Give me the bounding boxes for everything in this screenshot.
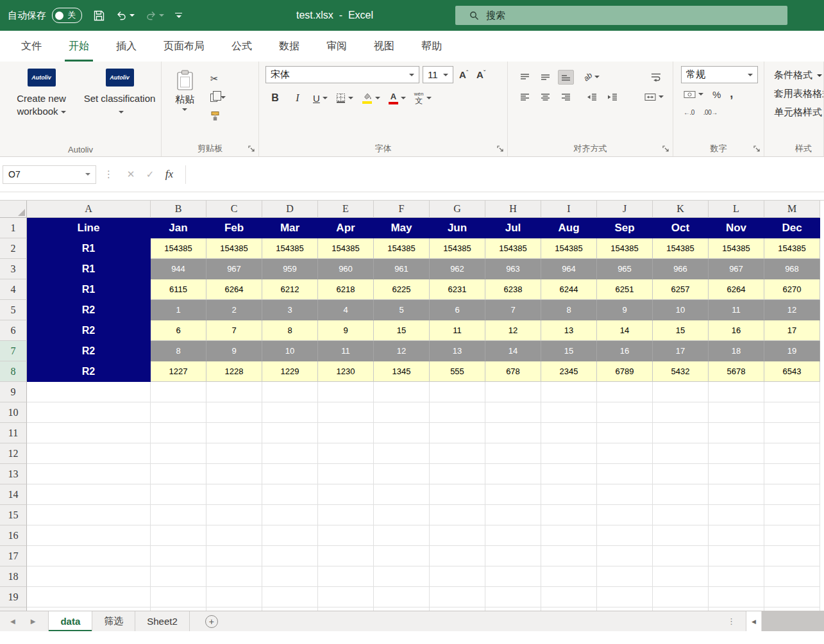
cell-J13[interactable] bbox=[597, 464, 653, 484]
cell-A5[interactable]: R2 bbox=[27, 300, 151, 320]
cell-F5[interactable]: 5 bbox=[374, 300, 430, 320]
cell-H4[interactable]: 6238 bbox=[485, 279, 541, 300]
cell-D6[interactable]: 8 bbox=[262, 320, 318, 341]
row-header-19[interactable]: 19 bbox=[0, 587, 27, 607]
cell-C17[interactable] bbox=[206, 546, 262, 566]
cell-D18[interactable] bbox=[262, 566, 318, 587]
cell-M9[interactable] bbox=[764, 382, 820, 402]
cell-H5[interactable]: 7 bbox=[485, 300, 541, 320]
cell-D17[interactable] bbox=[262, 546, 318, 566]
cell-M5[interactable]: 12 bbox=[764, 300, 820, 320]
cell-L12[interactable] bbox=[709, 443, 764, 464]
paste-button[interactable]: 粘贴 bbox=[164, 66, 205, 141]
cell-I14[interactable] bbox=[541, 484, 597, 505]
cell-L1[interactable]: Nov bbox=[709, 218, 764, 238]
comma-style-button[interactable]: , bbox=[730, 92, 733, 96]
fill-color-button[interactable] bbox=[362, 92, 380, 104]
cell-B17[interactable] bbox=[151, 546, 206, 566]
cell-G14[interactable] bbox=[430, 484, 485, 505]
cell-H11[interactable] bbox=[485, 423, 541, 443]
cell-M16[interactable] bbox=[764, 525, 820, 546]
cell-K19[interactable] bbox=[653, 587, 709, 607]
col-header-C[interactable]: C bbox=[206, 201, 262, 218]
cell-C2[interactable]: 154385 bbox=[206, 238, 262, 259]
cell-G4[interactable]: 6231 bbox=[430, 279, 485, 300]
align-center-button[interactable] bbox=[537, 90, 553, 104]
cell-L15[interactable] bbox=[709, 505, 764, 525]
decrease-font-size-button[interactable]: Aˇ bbox=[474, 67, 488, 83]
new-sheet-button[interactable]: + bbox=[205, 615, 218, 628]
borders-button[interactable] bbox=[336, 93, 353, 103]
cell-M19[interactable] bbox=[764, 587, 820, 607]
row-header-4[interactable]: 4 bbox=[0, 279, 27, 300]
cell-A17[interactable] bbox=[27, 546, 151, 566]
cell-D2[interactable]: 154385 bbox=[262, 238, 318, 259]
cell-J16[interactable] bbox=[597, 525, 653, 546]
row-header-3[interactable]: 3 bbox=[0, 259, 27, 279]
cell-G1[interactable]: Jun bbox=[430, 218, 485, 238]
cell-G15[interactable] bbox=[430, 505, 485, 525]
confirm-entry-button[interactable]: ✓ bbox=[140, 169, 160, 180]
font-size-select[interactable]: 11 bbox=[423, 66, 453, 83]
cell-A13[interactable] bbox=[27, 464, 151, 484]
row-header-17[interactable]: 17 bbox=[0, 546, 27, 566]
cell-K4[interactable]: 6257 bbox=[653, 279, 709, 300]
cell-L14[interactable] bbox=[709, 484, 764, 505]
select-all-corner[interactable] bbox=[0, 201, 27, 218]
cell-H2[interactable]: 154385 bbox=[485, 238, 541, 259]
cell-J19[interactable] bbox=[597, 587, 653, 607]
cell-E17[interactable] bbox=[318, 546, 374, 566]
cell-A11[interactable] bbox=[27, 423, 151, 443]
cell-C6[interactable]: 7 bbox=[206, 320, 262, 341]
cell-J4[interactable]: 6251 bbox=[597, 279, 653, 300]
cell-F6[interactable]: 15 bbox=[374, 320, 430, 341]
cell-K7[interactable]: 17 bbox=[653, 341, 709, 361]
cell-C4[interactable]: 6264 bbox=[206, 279, 262, 300]
cell-F16[interactable] bbox=[374, 525, 430, 546]
cell-B12[interactable] bbox=[151, 443, 206, 464]
cell-J10[interactable] bbox=[597, 402, 653, 423]
cell-I6[interactable]: 13 bbox=[541, 320, 597, 341]
font-color-button[interactable]: A bbox=[389, 92, 406, 104]
cell-M10[interactable] bbox=[764, 402, 820, 423]
cell-E2[interactable]: 154385 bbox=[318, 238, 374, 259]
cell-D7[interactable]: 10 bbox=[262, 341, 318, 361]
cell-L8[interactable]: 5678 bbox=[709, 361, 764, 382]
cell-I17[interactable] bbox=[541, 546, 597, 566]
cell-K2[interactable]: 154385 bbox=[653, 238, 709, 259]
cell-B7[interactable]: 8 bbox=[151, 341, 206, 361]
cell-E13[interactable] bbox=[318, 464, 374, 484]
row-header-14[interactable]: 14 bbox=[0, 484, 27, 505]
save-button[interactable] bbox=[93, 10, 105, 22]
cut-button[interactable]: ✂ bbox=[210, 72, 219, 85]
cell-M13[interactable] bbox=[764, 464, 820, 484]
cell-M6[interactable]: 17 bbox=[764, 320, 820, 341]
cell-M12[interactable] bbox=[764, 443, 820, 464]
cell-B14[interactable] bbox=[151, 484, 206, 505]
cell-A8[interactable]: R2 bbox=[27, 361, 151, 382]
cell-D10[interactable] bbox=[262, 402, 318, 423]
cell-H18[interactable] bbox=[485, 566, 541, 587]
sheet-nav-right-icon[interactable]: ▶ bbox=[31, 618, 36, 625]
col-header-M[interactable]: M bbox=[764, 201, 820, 218]
row-header-10[interactable]: 10 bbox=[0, 402, 27, 423]
cell-L17[interactable] bbox=[709, 546, 764, 566]
cell-C18[interactable] bbox=[206, 566, 262, 587]
cell-I12[interactable] bbox=[541, 443, 597, 464]
cell-L18[interactable] bbox=[709, 566, 764, 587]
cell-H17[interactable] bbox=[485, 546, 541, 566]
col-header-H[interactable]: H bbox=[485, 201, 541, 218]
cell-M1[interactable]: Dec bbox=[764, 218, 820, 238]
cell-J7[interactable]: 16 bbox=[597, 341, 653, 361]
cell-H19[interactable] bbox=[485, 587, 541, 607]
sheet-tab-Sheet2[interactable]: Sheet2 bbox=[135, 611, 190, 631]
cell-E15[interactable] bbox=[318, 505, 374, 525]
scrollbar-thumb[interactable] bbox=[762, 611, 824, 631]
row-header-18[interactable]: 18 bbox=[0, 566, 27, 587]
cell-F7[interactable]: 12 bbox=[374, 341, 430, 361]
cell-A15[interactable] bbox=[27, 505, 151, 525]
cell-M4[interactable]: 6270 bbox=[764, 279, 820, 300]
formula-bar-splitter-icon[interactable]: ⋮ bbox=[104, 169, 114, 180]
align-middle-button[interactable] bbox=[537, 70, 553, 85]
cell-I8[interactable]: 2345 bbox=[541, 361, 597, 382]
